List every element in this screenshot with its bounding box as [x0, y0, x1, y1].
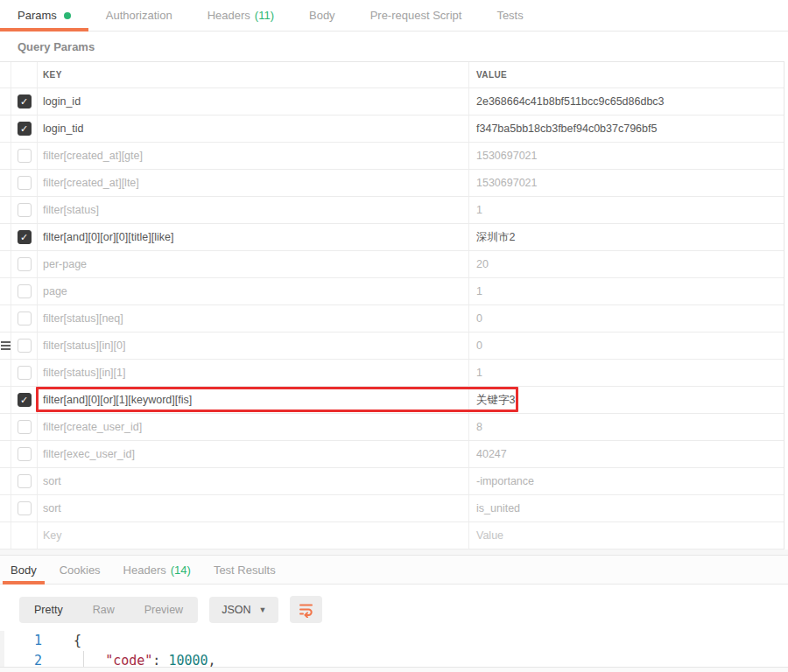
- editor-edge-strip: [0, 631, 4, 671]
- tab-count-badge: (11): [255, 9, 274, 22]
- param-key-field[interactable]: login_id: [38, 88, 469, 115]
- param-value-field[interactable]: 0: [469, 305, 784, 332]
- param-key-field[interactable]: filter[created_at][lte]: [38, 170, 469, 196]
- param-key-field[interactable]: per-page: [38, 251, 469, 277]
- tab-cookies[interactable]: Cookies: [52, 556, 109, 584]
- drag-cell: [0, 305, 11, 332]
- param-value-field[interactable]: f347ba5bb18cb3fbef94c0b37c796bf5: [469, 116, 784, 142]
- param-checkbox-unchecked[interactable]: [18, 447, 32, 461]
- checkbox-cell: [11, 197, 38, 223]
- param-checkbox-unchecked[interactable]: [18, 176, 32, 190]
- tab-label: Test Results: [214, 564, 276, 577]
- new-param-value-placeholder[interactable]: Value: [469, 522, 784, 549]
- view-mode-preview[interactable]: Preview: [130, 597, 198, 623]
- tab-pre-request-script[interactable]: Pre-request Script: [353, 0, 480, 31]
- checkbox-cell: [11, 360, 38, 386]
- param-key-field[interactable]: filter[and][0][or][0][title][like]: [38, 224, 469, 250]
- param-value-field[interactable]: 1: [469, 360, 784, 386]
- tab-tests[interactable]: Tests: [479, 0, 540, 31]
- param-value-field[interactable]: 深圳市2: [469, 224, 784, 250]
- line-number: 1: [0, 631, 56, 651]
- checkbox-cell: [11, 441, 38, 467]
- tab-headers[interactable]: Headers(11): [190, 0, 292, 31]
- view-mode-raw[interactable]: Raw: [78, 597, 130, 623]
- param-row: filter[created_at][gte]1530697021: [0, 143, 784, 170]
- param-checkbox-unchecked[interactable]: [18, 312, 32, 326]
- param-value-field[interactable]: 8: [469, 414, 784, 440]
- param-checkbox-unchecked[interactable]: [18, 257, 32, 271]
- param-checkbox-checked[interactable]: ✓: [18, 94, 32, 108]
- param-value-field[interactable]: 1: [469, 197, 784, 223]
- param-key-field[interactable]: filter[create_user_id]: [38, 414, 469, 440]
- param-checkbox-unchecked[interactable]: [18, 474, 32, 488]
- param-checkbox-checked[interactable]: ✓: [18, 230, 32, 244]
- param-key-field[interactable]: filter[status][neq]: [38, 305, 469, 332]
- param-checkbox-unchecked[interactable]: [18, 366, 32, 380]
- param-checkbox-unchecked[interactable]: [18, 501, 32, 515]
- param-value-field[interactable]: is_united: [469, 495, 784, 522]
- param-key-field[interactable]: page: [38, 278, 469, 304]
- language-select[interactable]: JSON ▼: [209, 597, 278, 623]
- param-row: filter[status]1: [0, 197, 784, 224]
- drag-cell: [0, 522, 11, 549]
- param-value-field[interactable]: -importance: [469, 468, 784, 494]
- drag-cell: [0, 251, 11, 277]
- wrap-text-button[interactable]: [290, 596, 322, 623]
- column-header-key: KEY: [38, 62, 469, 88]
- param-row: ✓login_id2e368664c41b8bf511bcc9c65d86dbc…: [0, 88, 784, 116]
- param-value-field[interactable]: 40247: [469, 441, 784, 467]
- param-key-field[interactable]: filter[exec_user_id]: [38, 441, 469, 467]
- param-key-field[interactable]: sort: [38, 495, 469, 522]
- param-key-field[interactable]: sort: [38, 468, 469, 494]
- tab-label: Tests: [496, 9, 523, 22]
- new-param-key-placeholder[interactable]: Key: [38, 522, 469, 549]
- param-key-field[interactable]: login_tid: [38, 116, 469, 142]
- param-checkbox-unchecked[interactable]: [18, 149, 32, 163]
- checkbox-cell: ✓: [11, 224, 38, 250]
- header-drag-cell: [0, 62, 11, 88]
- param-row: filter[status][in][0]0: [0, 332, 784, 360]
- view-mode-pretty[interactable]: Pretty: [19, 597, 78, 623]
- param-checkbox-unchecked[interactable]: [18, 284, 32, 298]
- drag-cell: [0, 88, 11, 115]
- drag-cell: [0, 332, 11, 359]
- tab-count-badge: (14): [171, 564, 191, 577]
- param-value-field[interactable]: 20: [469, 251, 784, 277]
- response-body-editor[interactable]: 1{2 "code": 10000,: [0, 631, 788, 671]
- tab-headers[interactable]: Headers(14): [116, 556, 199, 584]
- param-value-field[interactable]: 1530697021: [469, 143, 784, 169]
- param-key-field[interactable]: filter[and][0][or][1][keyword][fis]: [38, 387, 469, 413]
- param-key-field[interactable]: filter[status]: [38, 197, 469, 223]
- param-value-field[interactable]: 0: [469, 332, 784, 359]
- param-value-field[interactable]: 1530697021: [469, 170, 784, 196]
- request-tab-bar: ParamsAuthorizationHeaders(11)BodyPre-re…: [0, 0, 788, 32]
- param-row: filter[created_at][lte]1530697021: [0, 170, 784, 197]
- drag-cell: [0, 360, 11, 386]
- tab-label: Headers: [123, 564, 166, 577]
- tab-body[interactable]: Body: [3, 556, 45, 584]
- param-key-field[interactable]: filter[status][in][0]: [38, 332, 469, 359]
- editor-horizontal-scrollbar[interactable]: [0, 667, 788, 672]
- param-checkbox-unchecked[interactable]: [18, 203, 32, 217]
- drag-cell: [0, 170, 11, 196]
- param-key-field[interactable]: filter[status][in][1]: [38, 360, 469, 386]
- code-line: 1{: [0, 631, 788, 651]
- param-value-field[interactable]: 1: [469, 278, 784, 304]
- param-row: per-page20: [0, 251, 784, 278]
- param-value-field[interactable]: 关键字3: [469, 387, 784, 413]
- tab-authorization[interactable]: Authorization: [88, 0, 190, 31]
- tab-body[interactable]: Body: [292, 0, 353, 31]
- drag-cell: [0, 224, 11, 250]
- param-key-field[interactable]: filter[created_at][gte]: [38, 143, 469, 169]
- param-value-field[interactable]: 2e368664c41b8bf511bcc9c65d86dbc3: [469, 88, 784, 115]
- param-row: filter[create_user_id]8: [0, 414, 784, 441]
- param-checkbox-checked[interactable]: ✓: [18, 393, 32, 407]
- param-checkbox-checked[interactable]: ✓: [18, 122, 32, 136]
- tab-params[interactable]: Params: [0, 0, 88, 31]
- tab-test-results[interactable]: Test Results: [206, 556, 284, 584]
- param-checkbox-unchecked[interactable]: [18, 339, 32, 353]
- new-param-row[interactable]: Key Value: [0, 522, 784, 550]
- param-checkbox-unchecked[interactable]: [18, 420, 32, 434]
- drag-handle-icon[interactable]: [1, 345, 11, 346]
- wrap-text-icon: [298, 601, 314, 618]
